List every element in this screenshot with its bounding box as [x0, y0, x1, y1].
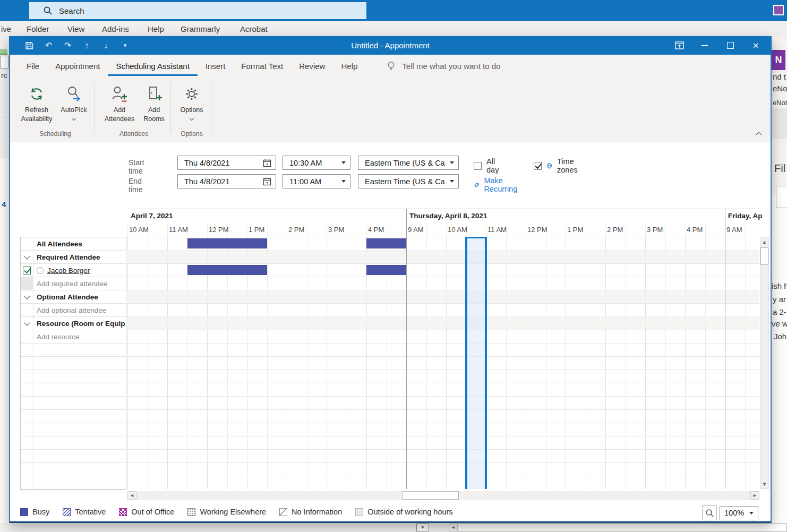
redo-icon[interactable]: ↷: [63, 41, 72, 50]
background-menu-help: Help: [148, 24, 164, 33]
legend-item-working-elsewhere: Working Elsewhere: [187, 508, 266, 516]
end-timezone-dropdown[interactable]: Eastern Time (US & Ca: [358, 174, 459, 188]
tab-appointment[interactable]: Appointment: [47, 56, 108, 76]
empty-row: [21, 463, 126, 476]
legend-item-out-of-office: Out of Office: [119, 508, 174, 516]
legend-swatch-out-of-office: [119, 508, 127, 516]
day-header: Friday, Ap: [728, 212, 763, 220]
chevron-down-icon[interactable]: [24, 253, 30, 259]
tell-me-box[interactable]: Tell me what you want to do: [387, 61, 500, 71]
legend-label: Outside of working hours: [367, 508, 452, 516]
window-controls: ×: [666, 36, 768, 55]
row-label: Optional Attendee: [33, 290, 126, 303]
attendee-row-jacob-borger[interactable]: Jacob Borger: [21, 264, 126, 277]
end-date-input[interactable]: Thu 4/8/2021: [177, 174, 276, 188]
group-row-required-attendee[interactable]: Required Attendee: [21, 251, 126, 264]
placeholder-row-add-optional-attendee[interactable]: Add optional attendee: [21, 304, 126, 317]
tab-scheduling-assistant[interactable]: Scheduling Assistant: [108, 56, 197, 76]
tab-help[interactable]: Help: [333, 56, 365, 76]
minimize-button[interactable]: [692, 36, 717, 55]
placeholder-row-add-resource[interactable]: Add resource: [21, 330, 126, 344]
vertical-scrollbar[interactable]: ▲ ▼: [760, 237, 769, 489]
group-row-optional-attendee[interactable]: Optional Attendee: [21, 290, 126, 304]
chevron-down-icon[interactable]: [24, 293, 30, 299]
empty-row: [21, 423, 126, 436]
scroll-down-button[interactable]: ▼: [760, 479, 768, 488]
search-box[interactable]: Search: [29, 2, 366, 19]
tab-file[interactable]: File: [19, 56, 47, 76]
autopick-button[interactable]: AutoPick: [57, 80, 91, 135]
tab-review[interactable]: Review: [291, 56, 333, 76]
vertical-scroll-thumb[interactable]: [760, 247, 768, 265]
options-button[interactable]: Options: [176, 80, 207, 135]
empty-row: [21, 344, 126, 357]
undo-icon[interactable]: ↶: [44, 41, 53, 50]
appointment-window: ↶ ↷ ↑ ↓ ▾ Untitled - Appointment ×: [9, 36, 772, 523]
day-separator: [725, 237, 725, 489]
save-icon[interactable]: [25, 41, 34, 50]
background-menu-acrobat: Acrobat: [240, 24, 268, 33]
group-row-resource-room-or-equip-[interactable]: Resource (Room or Equip…: [21, 317, 126, 330]
row-gutter: [21, 237, 33, 250]
row-gutter: [21, 264, 33, 277]
add-rooms-button[interactable]: Add Rooms: [141, 80, 167, 135]
zoom-button[interactable]: [702, 505, 717, 520]
horizontal-scroll-thumb[interactable]: [403, 491, 459, 500]
add-attendees-button[interactable]: Add Attendees: [100, 80, 139, 135]
background-menu-add-ins: Add-ins: [102, 24, 129, 33]
busy-block[interactable]: [366, 265, 406, 275]
background-text-fragment: Joh: [774, 332, 786, 341]
horizontal-scrollbar[interactable]: ◄ ►: [127, 491, 759, 500]
all-attendees-header-row[interactable]: All Attendees: [21, 237, 126, 251]
background-button-fragment: [1, 56, 8, 68]
close-button[interactable]: ×: [743, 36, 768, 55]
attendee-checkbox[interactable]: [23, 267, 31, 274]
background-menu-view: View: [67, 24, 84, 33]
scroll-left-button[interactable]: ◄: [127, 491, 136, 500]
customize-qat-icon[interactable]: ▾: [121, 42, 130, 48]
background-scrollbar-track[interactable]: [458, 524, 787, 531]
ribbon-display-options-button[interactable]: [666, 36, 692, 55]
previous-item-icon[interactable]: ↑: [82, 41, 91, 50]
placeholder-row-add-required-attendee[interactable]: Add required attendee: [21, 277, 126, 290]
busy-block[interactable]: [366, 238, 406, 248]
start-date-input[interactable]: Thu 4/8/2021: [177, 156, 276, 170]
busy-block[interactable]: [187, 238, 267, 248]
background-dropdown-button[interactable]: ▼: [416, 524, 429, 531]
start-timezone-dropdown[interactable]: Eastern Time (US & Ca: [358, 156, 459, 170]
scheduling-grid: 10 AM11 AM12 PM1 PM2 PM3 PM4 PM9 AM10 AM…: [10, 209, 771, 506]
tab-insert[interactable]: Insert: [198, 56, 234, 76]
make-recurring-link[interactable]: Make Recurring: [474, 176, 520, 193]
scroll-up-button[interactable]: ▲: [760, 237, 768, 246]
next-item-icon[interactable]: ↓: [101, 41, 110, 50]
time-zones-checkbox[interactable]: Time zones: [534, 157, 581, 174]
legend-label: Out of Office: [131, 508, 174, 516]
background-scroll-left-button[interactable]: ◄: [449, 524, 458, 531]
hour-label: 4 PM: [368, 226, 384, 234]
chevron-down-icon[interactable]: [24, 320, 30, 325]
busy-block[interactable]: [187, 265, 267, 275]
options-gear-icon: [183, 83, 200, 105]
start-time-dropdown[interactable]: 10:30 AM: [283, 156, 350, 170]
options-label: Options: [180, 106, 203, 115]
all-day-checkbox[interactable]: All day: [474, 157, 499, 174]
legend-label: Busy: [32, 508, 49, 516]
row-label: Required Attendee: [33, 251, 126, 263]
refresh-availability-label: Refresh Availability: [19, 106, 54, 124]
grid-body[interactable]: [127, 237, 759, 489]
autopick-dropdown-icon: [72, 116, 76, 121]
refresh-availability-button[interactable]: Refresh Availability: [20, 80, 54, 135]
attendee-name-link[interactable]: Jacob Borger: [47, 267, 90, 274]
maximize-button[interactable]: [717, 36, 743, 55]
ribbon: Refresh Availability AutoPick: [10, 77, 771, 142]
collapse-ribbon-icon[interactable]: [756, 132, 762, 138]
zoom-level-dropdown[interactable]: 100%: [720, 506, 758, 520]
selected-time-slot[interactable]: [465, 237, 487, 489]
grid-header: 10 AM11 AM12 PM1 PM2 PM3 PM4 PM9 AM10 AM…: [127, 209, 759, 237]
scroll-right-button[interactable]: ►: [750, 491, 759, 500]
tab-format-text[interactable]: Format Text: [233, 56, 291, 76]
background-text-fragment: rc: [1, 71, 7, 80]
legend-item-tentative: Tentative: [63, 508, 106, 516]
end-time-dropdown[interactable]: 11:00 AM: [283, 174, 350, 188]
background-text-fragment: a 2-: [773, 307, 786, 316]
